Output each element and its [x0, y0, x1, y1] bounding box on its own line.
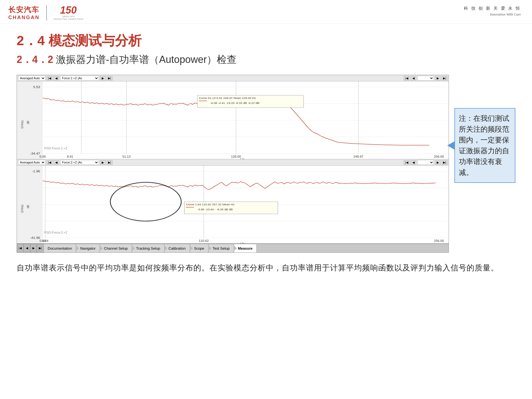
svg-text:128.00: 128.00 [231, 155, 241, 158]
chart1-nav-end2[interactable]: ▶| [442, 76, 447, 81]
logo-en-text: CHANGAN [8, 15, 40, 21]
header-tagline: 科 技 创 新 关 爱 永 恒 Innovation With Care [464, 5, 521, 17]
svg-text:PSD:Force:1:+Z: PSD:Force:1:+Z [44, 147, 68, 150]
chart2-dropdown[interactable]: Averaged Auto [18, 160, 45, 165]
chart2-svg: -1.96 -41.96 G²/Hz) dB 0.00 1.64 110. [17, 166, 449, 243]
svg-text:1.64: 1.64 [42, 239, 48, 242]
svg-rect-1 [43, 81, 449, 154]
chart1-dropdown[interactable]: Averaged Auto [18, 76, 45, 81]
svg-text:249.97: 249.97 [354, 155, 364, 158]
chart2-content: -1.96 -41.96 G²/Hz) dB 0.00 1.64 110. [17, 166, 449, 243]
chart1-nav-prev[interactable]: ◀ [53, 76, 59, 81]
chart1-svg: 5.53 -34.47 G²/Hz) dB 0.00 8.91 51.13 [17, 81, 449, 159]
chart2-panel: Averaged Auto |◀ ◀ Force:2:+Z (Ac ▶ ▶| |… [17, 159, 449, 244]
logo-divider [46, 5, 47, 21]
logo-150-sub: SINCE 1874Glorious Past, Creative Future [53, 15, 83, 20]
svg-text:5.53: 5.53 [33, 85, 40, 89]
chart1-toolbar: Averaged Auto |◀ ◀ Force:1:+Z (Ac ▶ ▶| |… [17, 75, 449, 81]
body-text: 自功率谱表示信号中的平均功率是如何按频率分布的。在实验模态分析中，自功率谱用于计… [0, 253, 532, 283]
svg-text:110.62: 110.62 [199, 239, 209, 242]
main-title: 2．4 模态测试与分析 [0, 24, 532, 52]
svg-text:Hz: Hz [240, 242, 245, 243]
svg-text:-1.96: -1.96 [32, 170, 40, 173]
tab-tracking-setup[interactable]: Tracking Setup [132, 244, 164, 252]
tab-documentation[interactable]: Documentation [44, 244, 76, 252]
logo-150-number: 150 [60, 5, 77, 15]
chart1-nav-next[interactable]: ▶ [100, 76, 106, 81]
tab-bar: |◀ ◀ ▶ ▶| Documentation Navigator Channe… [17, 244, 449, 252]
chart2-toolbar: Averaged Auto |◀ ◀ Force:2:+Z (Ac ▶ ▶| |… [17, 159, 449, 166]
chart1-nav-next2[interactable]: ▶ [435, 76, 441, 81]
tab-nav-end[interactable]: ▶| [37, 244, 44, 252]
svg-text:PSD:Force:2:+Z: PSD:Force:2:+Z [44, 231, 68, 234]
charts-area: Averaged Auto |◀ ◀ Force:1:+Z (Ac ▶ ▶| |… [17, 75, 515, 253]
sub-title-text: 激振器力谱-自功率谱（Autopower）检查 [56, 54, 237, 65]
tagline-en: Innovation With Care [464, 12, 521, 17]
chart2-nav-next2[interactable]: ▶ [435, 160, 441, 165]
tab-test-setup[interactable]: Test Setup [208, 244, 234, 252]
tab-calibration[interactable]: Calibration [164, 244, 190, 252]
chart2-channel[interactable]: Force:2:+Z (Ac [60, 160, 99, 165]
tab-channel-setup[interactable]: Channel Setup [100, 244, 132, 252]
svg-text:-41.96: -41.96 [30, 236, 40, 240]
svg-text:0.00: 0.00 [40, 155, 46, 158]
chart1-nav-end[interactable]: ▶| [107, 76, 112, 81]
chart2-nav-end2[interactable]: ▶| [442, 160, 447, 165]
svg-text:Curve  51.13  6.91  249.97  Me: Curve 51.13 6.91 249.97 Mean 128.00 Hz [199, 97, 256, 99]
note-text: 注：在我们测试所关注的频段范围内，一定要保证激振器力的自功率谱没有衰减。 [459, 114, 509, 177]
sub-title-num: 2．4．2 [17, 54, 53, 65]
tab-nav-next[interactable]: ▶ [30, 244, 37, 252]
chart1-panel: Averaged Auto |◀ ◀ Force:1:+Z (Ac ▶ ▶| |… [17, 75, 449, 159]
page-header: 长安汽车 CHANGAN 150 SINCE 1874Glorious Past… [0, 0, 532, 24]
chart1-nav-prev2[interactable]: ◀ [411, 76, 416, 81]
logo-150: 150 SINCE 1874Glorious Past, Creative Fu… [53, 5, 83, 20]
svg-text:dB: dB [26, 205, 30, 208]
svg-text:51.13: 51.13 [122, 155, 131, 158]
chart2-channel2[interactable] [417, 160, 434, 165]
logo-area: 长安汽车 CHANGAN 150 SINCE 1874Glorious Past… [8, 5, 83, 21]
svg-text:Curve  1.64  110.62  257.32  M: Curve 1.64 110.62 257.32 Mean Hz [186, 203, 234, 206]
svg-text:G²/Hz): G²/Hz) [21, 120, 24, 128]
chart1-nav-start2[interactable]: |◀ [404, 76, 410, 81]
chart2-nav-start[interactable]: |◀ [47, 160, 52, 165]
chart1-channel2[interactable] [417, 76, 434, 81]
svg-text:-3.85  -10.44   -   -8.35 dB  : -3.85 -10.44 - -8.35 dB dB [197, 208, 233, 211]
svg-text:256.00: 256.00 [434, 155, 444, 158]
svg-text:-6.08  -4.41  -19.20  -8.32 dB: -6.08 -4.41 -19.20 -8.32 dB -6.22 dB [210, 102, 260, 104]
chart2-nav-end[interactable]: ▶| [107, 160, 112, 165]
charts-left-panel: Averaged Auto |◀ ◀ Force:1:+Z (Ac ▶ ▶| |… [17, 75, 449, 253]
chart1-content: 5.53 -34.47 G²/Hz) dB 0.00 8.91 51.13 [17, 81, 449, 159]
chart1-nav-start[interactable]: |◀ [47, 76, 52, 81]
tab-nav-start[interactable]: |◀ [17, 244, 24, 252]
sub-title: 2．4．2 激振器力谱-自功率谱（Autopower）检查 [0, 52, 532, 72]
chart2-nav-next[interactable]: ▶ [100, 160, 106, 165]
chart2-nav-start2[interactable]: |◀ [404, 160, 410, 165]
chart1-channel[interactable]: Force:1:+Z (Ac [60, 76, 99, 81]
tagline-cn: 科 技 创 新 关 爱 永 恒 [464, 5, 521, 12]
svg-text:dB: dB [26, 121, 30, 124]
svg-text:256.00: 256.00 [434, 239, 444, 242]
logo-cn-text: 长安汽车 [8, 5, 39, 15]
svg-text:-34.47: -34.47 [30, 152, 40, 155]
tab-navigator[interactable]: Navigator [76, 244, 100, 252]
svg-text:Hz: Hz [240, 158, 245, 159]
tab-nav-prev[interactable]: ◀ [24, 244, 30, 252]
changan-logo: 长安汽车 CHANGAN [8, 5, 40, 21]
note-box: 注：在我们测试所关注的频段范围内，一定要保证激振器力的自功率谱没有衰减。 [454, 108, 515, 183]
chart2-nav-prev2[interactable]: ◀ [411, 160, 416, 165]
svg-text:G²/Hz): G²/Hz) [21, 204, 24, 213]
svg-text:8.91: 8.91 [67, 155, 73, 158]
chart2-nav-prev[interactable]: ◀ [53, 160, 59, 165]
tab-measure[interactable]: Measure [234, 244, 257, 252]
